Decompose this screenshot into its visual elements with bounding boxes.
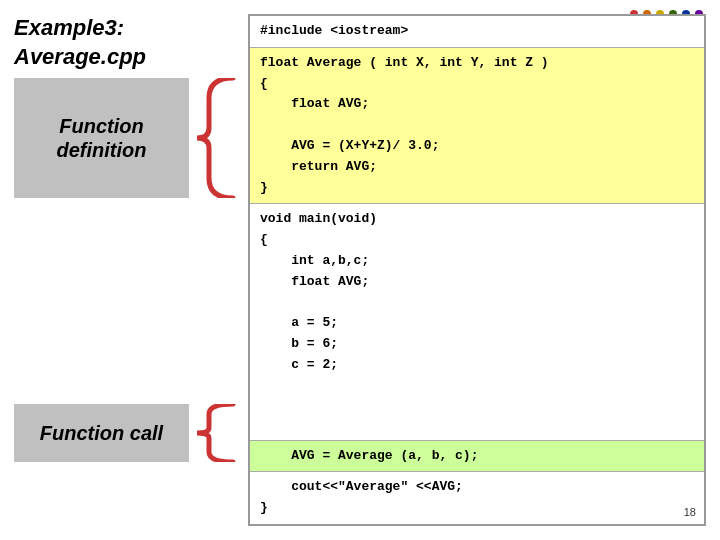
a-assign: a = 5;	[260, 313, 694, 334]
cout-line: cout<<"Average" <<AVG;	[260, 477, 694, 498]
code-panel-inner: #include <iostream> float Average ( int …	[250, 16, 704, 524]
main-section: void main(void) { int a,b,c; float AVG; …	[250, 204, 704, 440]
function-call-text: Function call	[40, 421, 163, 445]
float-avg-decl: float AVG;	[260, 94, 694, 115]
function-def-section: float Average ( int X, int Y, int Z ) { …	[250, 48, 704, 205]
function-definition-label: Functiondefinition	[14, 78, 189, 198]
int-abc: int a,b,c;	[260, 251, 694, 272]
slide-title: Example3: Average.cpp	[14, 14, 244, 71]
brace-open-def: {	[260, 74, 694, 95]
function-definition-text: Functiondefinition	[57, 114, 147, 162]
float-sig: float Average ( int X, int Y, int Z )	[260, 53, 694, 74]
brace-call	[189, 404, 247, 462]
blank-line	[260, 115, 694, 136]
blank-line2	[260, 293, 694, 314]
avg-call-line: AVG = Average (a, b, c);	[260, 446, 694, 467]
b-assign: b = 6;	[260, 334, 694, 355]
brace-definition	[189, 78, 247, 198]
title-area: Example3: Average.cpp	[14, 14, 244, 71]
float-avg2: float AVG;	[260, 272, 694, 293]
avg-calc: AVG = (X+Y+Z)/ 3.0;	[260, 136, 694, 157]
main-close: }	[260, 498, 694, 519]
include-line: #include <iostream>	[260, 21, 694, 42]
include-section: #include <iostream>	[250, 16, 704, 48]
c-assign: c = 2;	[260, 355, 694, 376]
function-call-section: AVG = Average (a, b, c);	[250, 441, 704, 473]
page-number: 18	[684, 506, 696, 518]
return-avg: return AVG;	[260, 157, 694, 178]
function-call-label: Function call	[14, 404, 189, 462]
void-main: void main(void)	[260, 209, 694, 230]
main-open: {	[260, 230, 694, 251]
cout-section: cout<<"Average" <<AVG; } 18	[250, 472, 704, 524]
brace-close-def: }	[260, 178, 694, 199]
code-panel: #include <iostream> float Average ( int …	[248, 14, 706, 526]
